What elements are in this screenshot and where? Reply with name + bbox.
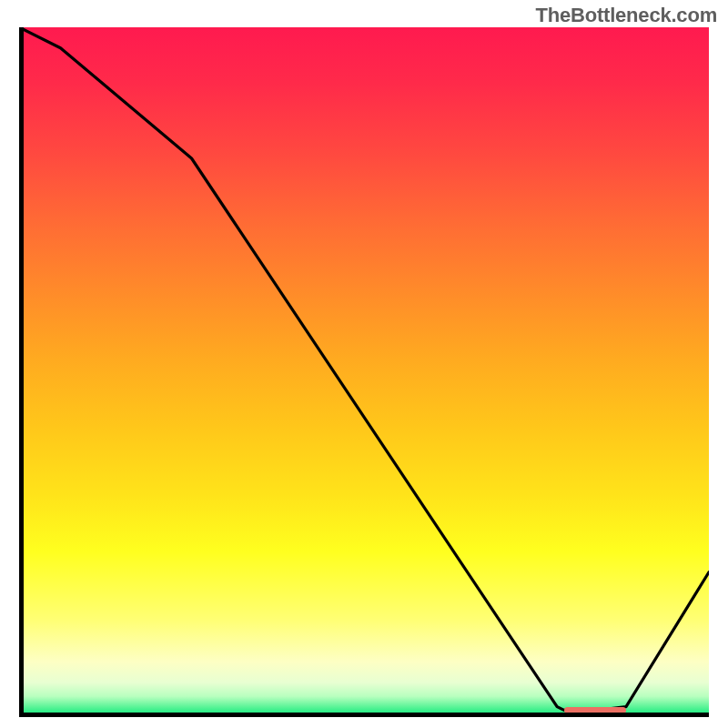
chart-line-series	[19, 27, 709, 717]
x-axis	[19, 713, 709, 717]
watermark-attribution: TheBottleneck.com	[535, 4, 717, 27]
y-axis	[19, 27, 24, 717]
chart-plot-area	[19, 27, 709, 717]
